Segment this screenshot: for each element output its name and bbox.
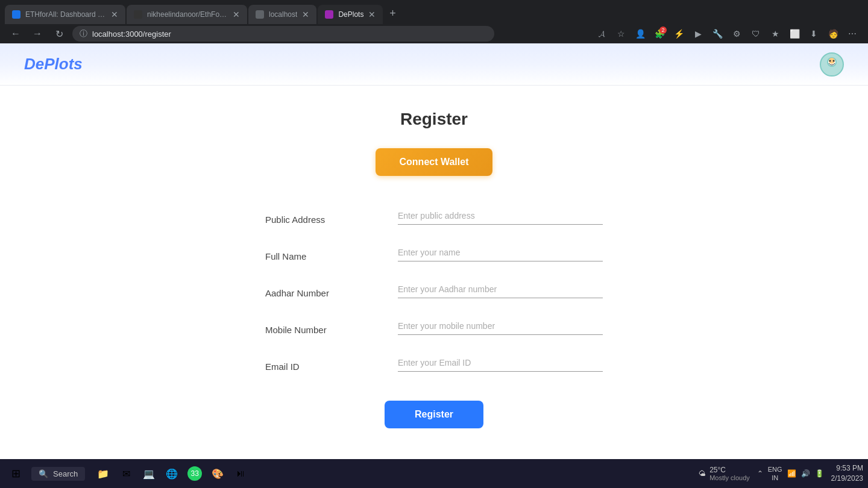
- address-text: localhost:3000/register: [92, 30, 487, 39]
- toolbar-icons: 𝓐 ☆ 👤 🧩 2 ⚡ ▶ 🔧 ⚙ 🛡 ★ ⬜ ⬇ 🧑 ⋯: [593, 25, 861, 42]
- registration-form: Public Address Full Name Aadhar Number M…: [265, 198, 603, 428]
- svg-point-4: [829, 60, 831, 61]
- email-id-row: Email ID: [265, 345, 603, 381]
- weather-desc: Mostly cloudy: [709, 474, 750, 481]
- taskbar-figma[interactable]: 🎨: [207, 463, 228, 484]
- full-name-input[interactable]: [398, 244, 603, 261]
- page-title: Register: [400, 110, 468, 129]
- tab-3-label: localhost: [269, 10, 297, 19]
- clock-time: 9:53 PM: [831, 463, 863, 474]
- taskbar-apps: 📁 ✉ 💻 🌐 33 🎨 ⏯: [92, 463, 251, 484]
- browser-chrome: ETHforAll: Dashboard | Devfolio ✕ nikhee…: [0, 0, 868, 43]
- aadhar-number-row: Aadhar Number: [265, 271, 603, 308]
- public-address-label: Public Address: [265, 214, 398, 225]
- taskbar-terminal[interactable]: 💻: [138, 463, 160, 484]
- profile-icon[interactable]: 👤: [632, 25, 649, 42]
- mobile-number-row: Mobile Number: [265, 308, 603, 345]
- tab-bar: ETHforAll: Dashboard | Devfolio ✕ nikhee…: [0, 0, 868, 24]
- email-id-input[interactable]: [398, 354, 603, 372]
- full-name-label: Full Name: [265, 251, 398, 261]
- tab-4-label: DePlots: [338, 10, 363, 19]
- email-id-label: Email ID: [265, 361, 398, 372]
- svg-point-5: [833, 60, 835, 61]
- wifi-icon[interactable]: 📶: [787, 469, 796, 478]
- mobile-number-input[interactable]: [398, 318, 603, 335]
- app-logo[interactable]: DePlots: [24, 55, 83, 74]
- puzzle-icon[interactable]: 🔧: [709, 25, 726, 42]
- address-bar-row: ← → ↻ ⓘ localhost:3000/register 𝓐 ☆ 👤 🧩 …: [0, 24, 868, 43]
- tab-1-label: ETHforAll: Dashboard | Devfolio: [25, 10, 106, 19]
- tab-3-favicon: [256, 10, 264, 19]
- register-button[interactable]: Register: [385, 401, 483, 428]
- taskbar-edge[interactable]: 🌐: [161, 463, 183, 484]
- taskbar-search[interactable]: 🔍 Search: [31, 467, 85, 481]
- chevron-up-icon[interactable]: ⌃: [757, 469, 763, 478]
- taskbar-clock[interactable]: 9:53 PM 2/19/2023: [831, 463, 863, 484]
- start-button[interactable]: ⊞: [5, 463, 27, 484]
- weather-temp: 25°C: [709, 466, 750, 474]
- register-btn-container: Register: [265, 381, 603, 428]
- aadhar-number-label: Aadhar Number: [265, 288, 398, 298]
- shield-icon[interactable]: 🛡: [747, 25, 764, 42]
- settings-icon[interactable]: ⚙: [728, 25, 745, 42]
- app-header: DePlots: [0, 43, 868, 86]
- tab-4[interactable]: DePlots ✕: [318, 5, 383, 24]
- tab-2-label: nikheelindanoor/EthForAll2023: [147, 10, 228, 19]
- youtube-icon[interactable]: ▶: [690, 25, 706, 42]
- collections-icon[interactable]: ★: [767, 25, 784, 42]
- extensions-badge: 2: [659, 27, 667, 34]
- refresh-button[interactable]: ↻: [51, 25, 68, 42]
- favorites-star-icon[interactable]: ⚡: [670, 25, 687, 42]
- search-icon: 🔍: [39, 469, 48, 478]
- tab-3[interactable]: localhost ✕: [248, 5, 316, 24]
- tab-2-favicon: [134, 10, 142, 19]
- sidebar-icon[interactable]: ⬜: [786, 25, 803, 42]
- mobile-number-label: Mobile Number: [265, 325, 398, 335]
- volume-icon[interactable]: 🔊: [801, 469, 810, 478]
- forward-button[interactable]: →: [29, 25, 46, 42]
- taskbar: ⊞ 🔍 Search 📁 ✉ 💻 🌐 33 🎨 ⏯ 🌤 25°C Mostly …: [0, 459, 868, 488]
- taskbar-file-explorer[interactable]: 📁: [92, 463, 114, 484]
- taskbar-right: 🌤 25°C Mostly cloudy ⌃ ENG IN 📶 🔊 🔋 9:53…: [699, 463, 863, 484]
- download-icon[interactable]: ⬇: [805, 25, 822, 42]
- avatar-image: [821, 54, 843, 75]
- taskbar-search-label: Search: [53, 469, 78, 478]
- taskbar-media[interactable]: ⏯: [230, 463, 251, 484]
- avatar[interactable]: [820, 52, 844, 77]
- read-mode-icon[interactable]: 𝓐: [593, 25, 610, 42]
- public-address-input[interactable]: [398, 207, 603, 225]
- new-tab-button[interactable]: +: [384, 5, 401, 22]
- main-content: Register Connect Wallet Public Address F…: [0, 86, 868, 459]
- weather-widget: 🌤 25°C Mostly cloudy: [699, 466, 750, 481]
- battery-icon[interactable]: 🔋: [815, 469, 824, 478]
- public-address-row: Public Address: [265, 198, 603, 234]
- lock-icon: ⓘ: [80, 28, 87, 39]
- taskbar-gmail[interactable]: ✉: [115, 463, 137, 484]
- aadhar-number-input[interactable]: [398, 281, 603, 298]
- weather-info: 25°C Mostly cloudy: [709, 466, 750, 481]
- system-tray: ⌃ ENG IN 📶 🔊 🔋: [757, 465, 824, 483]
- tab-1-close[interactable]: ✕: [111, 10, 118, 19]
- svg-point-1: [823, 67, 840, 75]
- extensions-icon[interactable]: 🧩 2: [651, 25, 668, 42]
- address-bar[interactable]: ⓘ localhost:3000/register: [72, 26, 494, 42]
- weather-icon: 🌤: [699, 469, 706, 478]
- tab-2[interactable]: nikheelindanoor/EthForAll2023 ✕: [127, 5, 247, 24]
- windows-logo-icon: ⊞: [11, 467, 20, 480]
- favorites-icon[interactable]: ☆: [612, 25, 629, 42]
- back-button[interactable]: ←: [7, 25, 24, 42]
- lang-indicator: ENG IN: [768, 465, 782, 483]
- tab-2-close[interactable]: ✕: [233, 10, 240, 19]
- user-avatar-icon[interactable]: 🧑: [825, 25, 841, 42]
- full-name-row: Full Name: [265, 234, 603, 271]
- connect-wallet-button[interactable]: Connect Wallet: [376, 148, 493, 176]
- more-icon[interactable]: ⋯: [844, 25, 861, 42]
- taskbar-whatsapp[interactable]: 33: [184, 463, 206, 484]
- whatsapp-badge: 33: [187, 466, 202, 481]
- tab-4-close[interactable]: ✕: [368, 10, 376, 19]
- tab-1[interactable]: ETHforAll: Dashboard | Devfolio ✕: [5, 5, 125, 24]
- tab-4-favicon: [325, 10, 333, 19]
- tab-1-favicon: [12, 10, 20, 19]
- clock-date: 2/19/2023: [831, 474, 863, 484]
- tab-3-close[interactable]: ✕: [302, 10, 309, 19]
